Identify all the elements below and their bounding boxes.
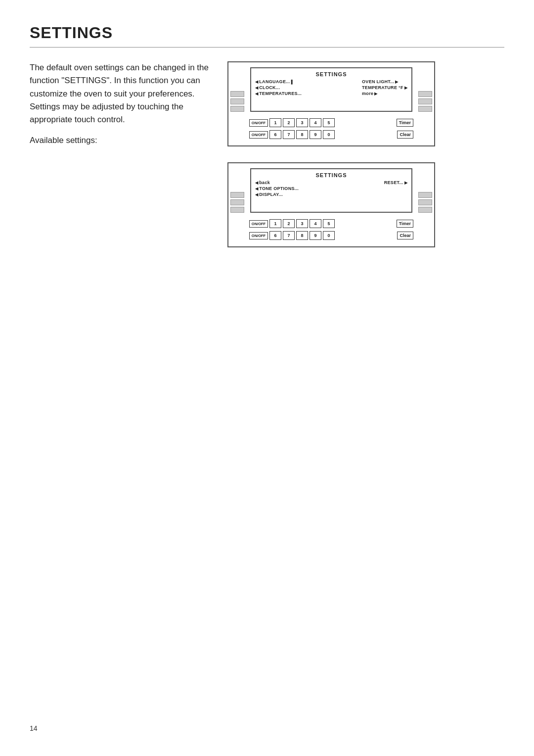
settings-panel-2: SETTINGS back TONE OPTIONS... (227, 162, 435, 247)
panel2-timer-btn[interactable]: Timer (397, 220, 413, 228)
panel1-clear-btn[interactable]: Clear (397, 131, 413, 139)
panel1-row1: ON/OFF 1 2 3 4 5 Timer (246, 117, 416, 129)
title-divider (30, 47, 504, 47)
panel2-reset-label: RESET... (384, 180, 403, 185)
panel1-num-2[interactable]: 2 (283, 118, 295, 127)
arrow-right-more-icon (374, 91, 377, 96)
arrow-left-icon (255, 79, 259, 84)
panel1-menu-oven-light[interactable]: OVEN LIGHT... (362, 79, 407, 84)
panel2-num-1[interactable]: 1 (269, 219, 281, 228)
arrow-left-temps-icon (255, 91, 259, 96)
panel1-num-5[interactable]: 5 (323, 118, 335, 127)
right-side-btn-1[interactable] (418, 91, 432, 97)
right-side-btn-2-2[interactable] (418, 199, 432, 205)
available-settings-label: Available settings: (30, 136, 227, 145)
panel1-temperatures-label: TEMPERATURES... (259, 91, 302, 96)
panel1-language-label: LANGUAGE... (259, 79, 290, 84)
panel2-screen: SETTINGS back TONE OPTIONS... (250, 168, 412, 213)
arrow-left-clock-icon (255, 85, 259, 90)
settings-panel-1: SETTINGS LANGUAGE... ▌ CLOCK. (227, 61, 435, 146)
panel2-menu-reset[interactable]: RESET... (384, 180, 407, 185)
panel2-menu-back[interactable]: back (255, 180, 299, 185)
side-btn-3[interactable] (230, 106, 244, 112)
panel1-clock-label: CLOCK... (259, 85, 280, 90)
panel1-menu-temp-f[interactable]: TEMPERATURE °F (362, 85, 407, 90)
panel1-screen-menu: LANGUAGE... ▌ CLOCK... TEMPERATURES... (255, 79, 407, 96)
panel1-onoff-btn-1[interactable]: ON/OFF (249, 119, 268, 127)
panel1-screen-title: SETTINGS (255, 71, 407, 77)
side-btn-2-1[interactable] (230, 192, 244, 198)
cursor-icon: ▌ (291, 80, 294, 84)
panel1-menu-left: LANGUAGE... ▌ CLOCK... TEMPERATURES... (255, 79, 302, 96)
page-number: 14 (30, 724, 38, 732)
panel1-onoff-btn-2[interactable]: ON/OFF (249, 131, 268, 139)
panel1-num-7[interactable]: 7 (283, 130, 295, 139)
panel2-screen-menu: back TONE OPTIONS... DISPLAY... (255, 180, 407, 197)
arrow-left-back-icon (255, 180, 259, 185)
panel2-num-7[interactable]: 7 (283, 231, 295, 240)
arrow-right-reset-icon (404, 180, 407, 185)
arrow-right-temp-icon (404, 85, 407, 90)
panel2-menu-right: RESET... (384, 180, 407, 197)
intro-text: The default oven settings can be changed… (30, 61, 218, 127)
panel1-menu-more[interactable]: more (362, 91, 407, 96)
panel1-menu-clock[interactable]: CLOCK... (255, 85, 302, 90)
left-side-buttons-2 (228, 190, 246, 215)
panel1-screen: SETTINGS LANGUAGE... ▌ CLOCK. (250, 67, 412, 112)
right-side-btn-3[interactable] (418, 106, 432, 112)
panel2-clear-btn[interactable]: Clear (397, 232, 413, 239)
panel2-row1: ON/OFF 1 2 3 4 5 Timer (246, 218, 416, 230)
panel2-display-label: DISPLAY... (259, 192, 283, 197)
arrow-right-light-icon (395, 79, 398, 84)
panel2-back-label: back (259, 180, 270, 185)
panel2-menu-left: back TONE OPTIONS... DISPLAY... (255, 180, 299, 197)
side-btn-2-3[interactable] (230, 207, 244, 213)
panel1-num-4[interactable]: 4 (310, 118, 321, 127)
panel2-num-4[interactable]: 4 (310, 219, 321, 228)
panel1-oven-light-label: OVEN LIGHT... (362, 79, 394, 84)
page-title: SETTINGS (30, 24, 504, 42)
panel1-row2: ON/OFF 6 7 8 9 0 Clear (246, 129, 416, 141)
left-side-buttons (228, 89, 246, 114)
side-btn-2-2[interactable] (230, 199, 244, 205)
panel2-num-5[interactable]: 5 (323, 219, 335, 228)
panel2-onoff-btn-1[interactable]: ON/OFF (249, 220, 268, 228)
panel2-onoff-btn-2[interactable]: ON/OFF (249, 232, 268, 239)
side-btn-1[interactable] (230, 91, 244, 97)
panel2-row2: ON/OFF 6 7 8 9 0 Clear (246, 230, 416, 241)
panel1-menu-temperatures[interactable]: TEMPERATURES... (255, 91, 302, 96)
panel2-num-0[interactable]: 0 (323, 231, 335, 240)
panel2-screen-title: SETTINGS (255, 172, 407, 178)
panel1-menu-right: OVEN LIGHT... TEMPERATURE °F more (362, 79, 407, 96)
right-side-buttons-2 (416, 190, 434, 215)
panel1-num-1[interactable]: 1 (269, 118, 281, 127)
panel2-num-3[interactable]: 3 (296, 219, 308, 228)
panel2-menu-display[interactable]: DISPLAY... (255, 192, 299, 197)
panel2-num-9[interactable]: 9 (310, 231, 321, 240)
right-side-btn-2-3[interactable] (418, 207, 432, 213)
panel1-temp-f-label: TEMPERATURE °F (362, 85, 403, 90)
right-side-btn-2[interactable] (418, 98, 432, 104)
right-side-buttons-1 (416, 89, 434, 114)
panel1-more-label: more (362, 91, 373, 96)
side-btn-2[interactable] (230, 98, 244, 104)
right-side-btn-2-1[interactable] (418, 192, 432, 198)
panel1-menu-language[interactable]: LANGUAGE... ▌ (255, 79, 302, 84)
panel1-num-6[interactable]: 6 (269, 130, 281, 139)
panel2-num-8[interactable]: 8 (296, 231, 308, 240)
panel2-tone-label: TONE OPTIONS... (259, 186, 299, 191)
panel1-num-0[interactable]: 0 (323, 130, 335, 139)
panel2-menu-tone[interactable]: TONE OPTIONS... (255, 186, 299, 191)
panel1-num-3[interactable]: 3 (296, 118, 308, 127)
panel2-num-6[interactable]: 6 (269, 231, 281, 240)
arrow-left-tone-icon (255, 186, 259, 191)
arrow-left-display-icon (255, 192, 259, 197)
panel1-num-9[interactable]: 9 (310, 130, 321, 139)
panel2-num-2[interactable]: 2 (283, 219, 295, 228)
panel1-num-8[interactable]: 8 (296, 130, 308, 139)
panel1-timer-btn[interactable]: Timer (397, 119, 413, 127)
